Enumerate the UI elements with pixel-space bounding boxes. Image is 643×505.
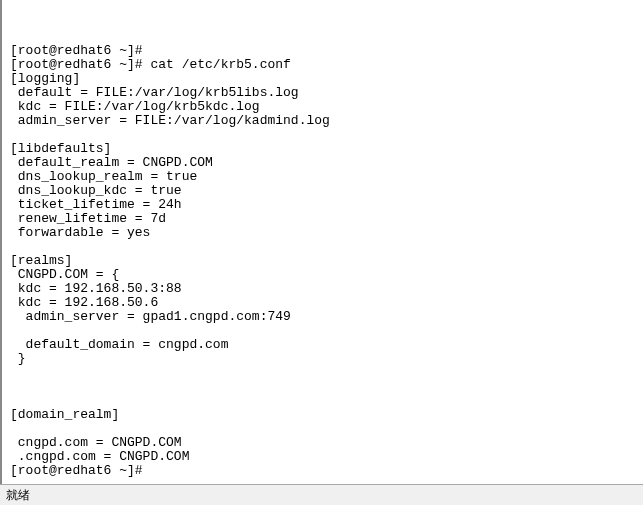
terminal-line: [libdefaults] bbox=[10, 142, 643, 156]
terminal-output[interactable]: [root@redhat6 ~]#[root@redhat6 ~]# cat /… bbox=[0, 0, 643, 484]
terminal-line: admin_server = gpad1.cngpd.com:749 bbox=[10, 310, 643, 324]
terminal-line bbox=[10, 394, 643, 408]
terminal-line: dns_lookup_realm = true bbox=[10, 170, 643, 184]
terminal-line: [root@redhat6 ~]# cat /etc/krb5.conf bbox=[10, 58, 643, 72]
terminal-line bbox=[10, 240, 643, 254]
status-bar: 就绪 bbox=[0, 484, 643, 505]
terminal-line: kdc = 192.168.50.6 bbox=[10, 296, 643, 310]
terminal-line bbox=[10, 128, 643, 142]
terminal-line: default_realm = CNGPD.COM bbox=[10, 156, 643, 170]
terminal-line: .cngpd.com = CNGPD.COM bbox=[10, 450, 643, 464]
terminal-line: [logging] bbox=[10, 72, 643, 86]
terminal-line: admin_server = FILE:/var/log/kadmind.log bbox=[10, 114, 643, 128]
status-label: 就绪 bbox=[6, 488, 30, 502]
terminal-line: [realms] bbox=[10, 254, 643, 268]
terminal-line: kdc = FILE:/var/log/krb5kdc.log bbox=[10, 100, 643, 114]
terminal-line: CNGPD.COM = { bbox=[10, 268, 643, 282]
terminal-line: default_domain = cngpd.com bbox=[10, 338, 643, 352]
terminal-line bbox=[10, 16, 643, 30]
terminal-line: dns_lookup_kdc = true bbox=[10, 184, 643, 198]
terminal-line: ticket_lifetime = 24h bbox=[10, 198, 643, 212]
terminal-line: [root@redhat6 ~]# bbox=[10, 464, 643, 478]
terminal-line: default = FILE:/var/log/krb5libs.log bbox=[10, 86, 643, 100]
terminal-line: [domain_realm] bbox=[10, 408, 643, 422]
terminal-line: forwardable = yes bbox=[10, 226, 643, 240]
terminal-line bbox=[10, 366, 643, 380]
terminal-line: kdc = 192.168.50.3:88 bbox=[10, 282, 643, 296]
terminal-line: [root@redhat6 ~]# bbox=[10, 44, 643, 58]
terminal-line bbox=[10, 30, 643, 44]
terminal-line bbox=[10, 380, 643, 394]
terminal-line bbox=[10, 422, 643, 436]
terminal-line: renew_lifetime = 7d bbox=[10, 212, 643, 226]
terminal-line: } bbox=[10, 352, 643, 366]
terminal-line: cngpd.com = CNGPD.COM bbox=[10, 436, 643, 450]
terminal-line bbox=[10, 324, 643, 338]
